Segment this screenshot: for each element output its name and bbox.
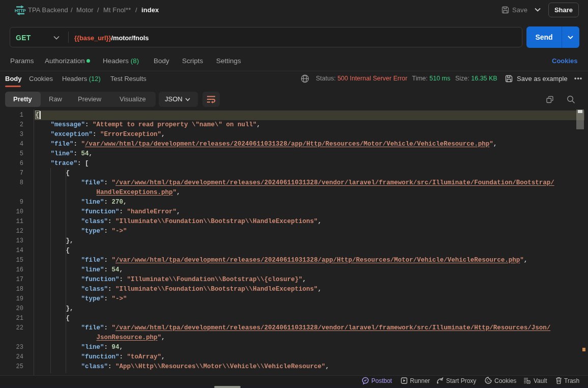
svg-text:HTTP: HTTP — [15, 8, 26, 13]
